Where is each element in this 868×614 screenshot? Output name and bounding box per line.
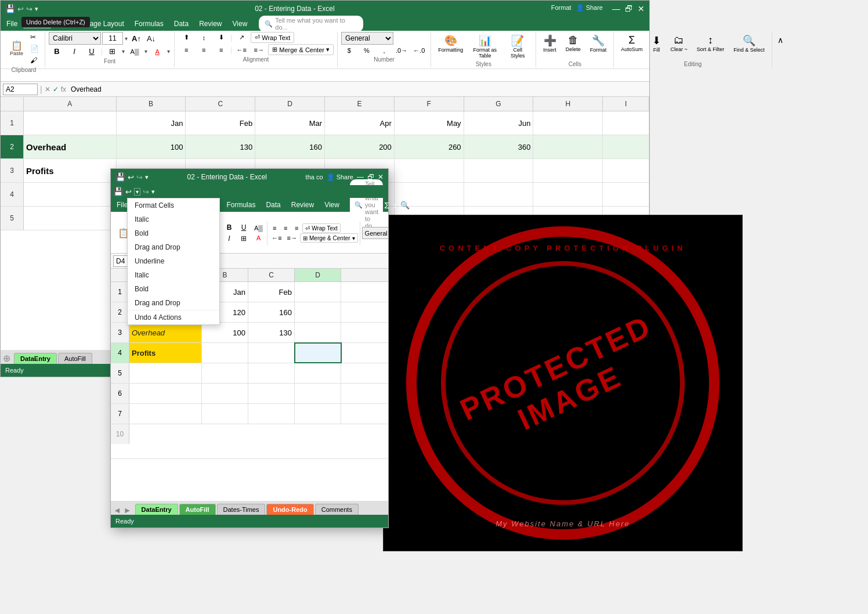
- fg-cell-d7[interactable]: [295, 404, 341, 424]
- cell-a4[interactable]: [24, 183, 117, 206]
- fg-cell-b3[interactable]: 100: [202, 323, 248, 342]
- font-size-input[interactable]: [102, 32, 123, 45]
- col-header-h[interactable]: H: [533, 97, 603, 111]
- currency-btn[interactable]: $: [341, 46, 357, 55]
- formula-input[interactable]: [68, 84, 647, 95]
- delete-cell-button[interactable]: 🗑 Delete: [562, 32, 584, 60]
- cell-e2[interactable]: 200: [325, 135, 395, 158]
- fg-italic-btn[interactable]: I: [223, 233, 236, 244]
- fg-font-color-btn[interactable]: A: [252, 233, 265, 243]
- add-sheet-btn[interactable]: ⊕: [3, 353, 10, 364]
- fg-number-format[interactable]: General: [362, 227, 388, 239]
- underline-button[interactable]: U: [84, 46, 100, 57]
- align-left-btn[interactable]: ≡: [178, 45, 194, 55]
- cell-e1[interactable]: Apr: [325, 111, 395, 135]
- fg-cell-d6[interactable]: [295, 384, 341, 403]
- fg-align-center-btn[interactable]: ≡: [280, 223, 291, 233]
- undo-item-italic-2[interactable]: Italic: [128, 268, 219, 282]
- cell-f2[interactable]: 260: [395, 135, 464, 158]
- cell-b2[interactable]: 100: [117, 135, 186, 158]
- cell-i1[interactable]: [603, 111, 649, 135]
- fg-align-right-btn[interactable]: ≡: [291, 223, 302, 233]
- format-painter-button[interactable]: 🖌: [28, 55, 41, 66]
- menu-file[interactable]: File: [2, 19, 22, 29]
- collapse-ribbon-btn[interactable]: ∧: [772, 34, 789, 46]
- cell-i2[interactable]: [603, 135, 649, 158]
- undo-item-underline[interactable]: Underline: [128, 254, 219, 268]
- col-header-e[interactable]: E: [325, 97, 395, 111]
- decrease-font-btn[interactable]: A↓: [144, 33, 158, 44]
- cell-g2[interactable]: 360: [464, 135, 534, 158]
- cell-styles-button[interactable]: 📝 Cell Styles: [503, 32, 532, 60]
- cell-i3[interactable]: [603, 159, 649, 182]
- autosum-button[interactable]: Σ AutoSum: [617, 32, 646, 60]
- fg-underline-btn[interactable]: U: [237, 222, 250, 233]
- format-as-table-button[interactable]: 📊 Format as Table: [469, 32, 501, 60]
- bg-minimize-btn[interactable]: —: [612, 4, 620, 13]
- fg-menu-review[interactable]: Review: [287, 200, 319, 210]
- fg-cell-b4[interactable]: [202, 343, 248, 363]
- undo-item-drag-drop-2[interactable]: Drag and Drop: [128, 296, 219, 310]
- row-num-4[interactable]: 4: [1, 183, 24, 206]
- fill-dropdown[interactable]: ▾: [144, 48, 148, 55]
- fg-col-header-d col-header-sel[interactable]: D: [295, 269, 341, 281]
- fg-borders-btn[interactable]: ⊞: [237, 233, 250, 244]
- fg-cell-c3[interactable]: 130: [248, 323, 295, 342]
- conditional-formatting-button[interactable]: 🎨 Formatting: [435, 32, 466, 60]
- fill-color-button[interactable]: A▒: [126, 47, 143, 56]
- fg-menu-formulas[interactable]: Formulas: [222, 200, 260, 210]
- fg-save-icon[interactable]: 💾: [115, 172, 125, 182]
- fg-redo-btn[interactable]: ↪: [136, 173, 143, 182]
- cell-a5[interactable]: [24, 207, 117, 230]
- fg-cell-d1[interactable]: [295, 282, 341, 302]
- cell-reference-input[interactable]: [3, 84, 38, 95]
- comma-btn[interactable]: ,: [376, 46, 392, 55]
- cell-f3[interactable]: [395, 159, 464, 182]
- cell-g1[interactable]: Jun: [464, 111, 534, 135]
- fg-bold-btn[interactable]: B: [223, 222, 236, 233]
- align-middle-btn[interactable]: ↕: [196, 33, 212, 42]
- cell-a3[interactable]: Profits: [24, 159, 117, 182]
- cell-a2[interactable]: Overhead: [24, 135, 117, 158]
- menu-review[interactable]: Review: [194, 19, 226, 29]
- fg-cell-b5[interactable]: [202, 363, 248, 383]
- align-center-btn[interactable]: ≡: [196, 45, 212, 55]
- row-num-2[interactable]: 2: [1, 135, 24, 158]
- bg-share-btn[interactable]: 👤 Share: [576, 4, 603, 13]
- menu-data[interactable]: Data: [169, 19, 193, 29]
- increase-indent-btn[interactable]: ≡→: [251, 45, 267, 55]
- menu-formulas[interactable]: Formulas: [130, 19, 168, 29]
- fg-cell-d4[interactable]: [295, 343, 341, 363]
- decrease-decimal-btn[interactable]: ←.0: [411, 46, 427, 55]
- row-num-5[interactable]: 5: [1, 207, 24, 230]
- undo-item-drag-drop-1[interactable]: Drag and Drop: [128, 240, 219, 254]
- font-size-dropdown[interactable]: ▾: [124, 35, 128, 42]
- find-select-button[interactable]: 🔍 Find & Select: [730, 32, 768, 60]
- fg-tab-dataentry[interactable]: DataEntry: [135, 504, 178, 515]
- cell-d2[interactable]: 160: [255, 135, 325, 158]
- sheet-tab-autofill[interactable]: AutoFill: [58, 353, 92, 364]
- fg-row-num-4[interactable]: 4: [111, 343, 129, 363]
- fg-cell-d3[interactable]: [295, 323, 341, 342]
- borders-button[interactable]: ⊞: [104, 46, 120, 57]
- format-cell-button[interactable]: 🔧 Format: [587, 32, 610, 60]
- cell-i4[interactable]: [603, 183, 649, 206]
- cancel-formula-btn[interactable]: ✕: [45, 85, 50, 93]
- increase-decimal-btn[interactable]: .0→: [393, 46, 410, 55]
- copy-button[interactable]: 📄: [28, 44, 41, 54]
- save-icon[interactable]: 💾: [5, 4, 15, 13]
- fg-qa-redo[interactable]: ↪: [143, 187, 149, 196]
- fg-cell-a4[interactable]: Profits: [129, 343, 202, 363]
- row-num-3[interactable]: 3: [1, 159, 24, 182]
- fg-cell-c7[interactable]: [248, 404, 295, 424]
- italic-button[interactable]: I: [66, 46, 82, 57]
- bold-button[interactable]: B: [49, 46, 65, 57]
- sort-filter-button[interactable]: ↕ Sort & Filter: [693, 32, 728, 60]
- menu-view[interactable]: View: [228, 19, 252, 29]
- undo-item-format-cells[interactable]: Format Cells: [128, 198, 219, 212]
- undo-item-bold-2[interactable]: Bold: [128, 282, 219, 296]
- cell-h2[interactable]: [533, 135, 603, 158]
- increase-font-btn[interactable]: A↑: [129, 33, 143, 44]
- col-header-a[interactable]: A: [24, 97, 117, 111]
- fg-col-header-c[interactable]: C: [248, 269, 295, 281]
